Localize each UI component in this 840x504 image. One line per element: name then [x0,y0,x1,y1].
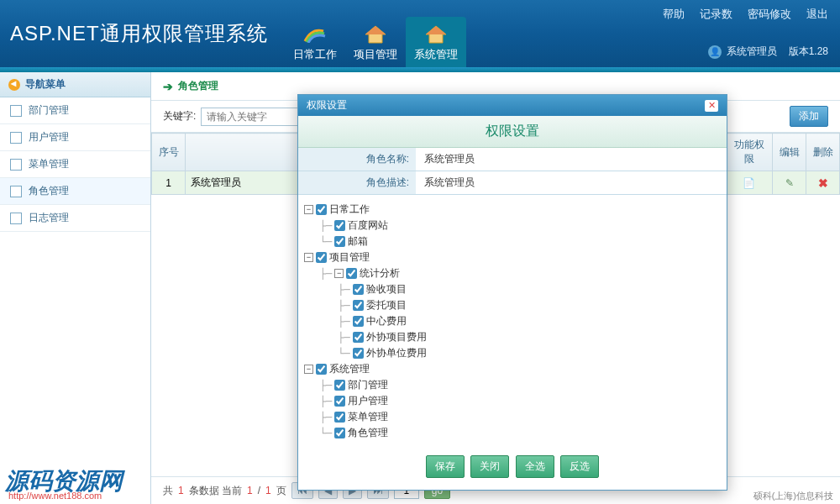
tree-checkbox[interactable] [334,412,345,423]
tab-system-mgmt[interactable]: 系统管理 [406,17,466,67]
tree-checkbox[interactable] [346,268,357,279]
link-help[interactable]: 帮助 [663,7,685,22]
tree-checkbox[interactable] [334,396,345,407]
tab-label: 项目管理 [354,47,397,62]
tree-label: 外协项目费用 [366,330,427,344]
tree-indent: ├─ [302,284,350,296]
tree-label: 中心费用 [366,314,407,328]
tree-toggle-icon[interactable]: − [334,269,344,278]
tree-node[interactable]: ├─委托项目 [302,297,723,313]
dialog-header: 权限设置 [298,116,727,148]
tab-label: 日常工作 [293,47,337,62]
permission-dialog: 权限设置 ✕ 权限设置 角色名称:系统管理员 角色描述:系统管理员 −日常工作 … [297,94,727,491]
tree-checkbox[interactable] [353,316,364,327]
tree-toggle-icon[interactable]: − [304,365,313,374]
tree-indent: ├─ [302,332,350,344]
tree-label: 验收项目 [366,282,407,297]
tree-indent: └─ [302,236,332,248]
app-title: ASP.NET通用权限管理系统 [0,20,268,47]
tree-label: 统计分析 [360,266,400,281]
tree-label: 菜单管理 [348,410,388,424]
tree-checkbox[interactable] [316,204,327,215]
tree-checkbox[interactable] [316,364,327,375]
tree-checkbox[interactable] [353,332,364,343]
tree-indent: ├─ [302,380,332,391]
tree-label: 外协单位费用 [366,346,427,360]
tree-node[interactable]: ├─中心费用 [302,313,723,329]
select-all-button[interactable]: 全选 [516,455,554,478]
tree-indent: ├─ [302,316,350,328]
tab-project-mgmt[interactable]: 项目管理 [345,17,406,67]
tree-label: 委托项目 [366,298,407,312]
tree-node[interactable]: └─角色管理 [302,425,723,441]
link-change-password[interactable]: 密码修改 [748,7,791,22]
tree-node[interactable]: −项目管理 [302,249,723,265]
permission-tree: −日常工作 ├─百度网站 └─邮箱−项目管理 ├─−统计分析 ├─验收项目 ├─… [298,195,727,447]
avatar-icon: 👤 [708,45,722,59]
tree-indent: ├─ [302,300,350,312]
tree-checkbox[interactable] [353,300,364,311]
tree-checkbox[interactable] [316,252,327,263]
invert-selection-button[interactable]: 反选 [560,455,599,478]
modal-overlay: 权限设置 ✕ 权限设置 角色名称:系统管理员 角色描述:系统管理员 −日常工作 … [0,72,840,504]
tree-toggle-icon[interactable]: − [304,205,313,214]
tree-label: 系统管理 [329,362,370,376]
tree-label: 日常工作 [329,202,370,217]
tree-label: 角色管理 [348,426,388,440]
link-logout[interactable]: 退出 [806,7,828,22]
top-links: 帮助 记录数 密码修改 退出 [663,7,828,22]
tree-node[interactable]: └─外协单位费用 [302,345,723,361]
tree-indent: ├─ [302,268,332,280]
tree-indent: ├─ [302,220,332,232]
save-button[interactable]: 保存 [426,455,465,478]
tree-indent: ├─ [302,396,332,407]
main-tabs: 日常工作 项目管理 系统管理 [285,0,466,67]
tree-node[interactable]: ├─菜单管理 [302,409,723,425]
tree-checkbox[interactable] [334,380,345,391]
tree-checkbox[interactable] [334,428,345,438]
tree-indent: ├─ [302,412,332,423]
user-info: 👤 系统管理员 版本1.28 [708,45,828,59]
tree-node[interactable]: −系统管理 [302,361,723,377]
tree-indent: └─ [302,428,332,439]
tab-daily-work[interactable]: 日常工作 [285,17,345,67]
close-dialog-button[interactable]: 关闭 [470,455,509,478]
tree-node[interactable]: ├─用户管理 [302,393,723,409]
tree-node[interactable]: −日常工作 [302,202,723,218]
user-name: 系统管理员 [727,45,777,59]
footer-corp: 硕科(上海)信息科技 [753,490,833,502]
tree-label: 百度网站 [348,218,388,233]
dialog-titlebar[interactable]: 权限设置 ✕ [298,95,727,116]
tab-label: 系统管理 [414,47,458,62]
dialog-title: 权限设置 [307,98,347,113]
tree-checkbox[interactable] [353,284,364,295]
field-value-role-name: 系统管理员 [416,148,727,171]
tree-checkbox[interactable] [353,348,364,359]
tree-node[interactable]: ├─部门管理 [302,377,723,393]
tree-checkbox[interactable] [334,236,345,247]
dialog-info: 角色名称:系统管理员 角色描述:系统管理员 [298,148,727,195]
tree-node[interactable]: ├─百度网站 [302,218,723,234]
field-label-role-desc: 角色描述: [298,171,416,194]
tree-node[interactable]: └─邮箱 [302,234,723,249]
tree-node[interactable]: ├─−统计分析 [302,265,723,281]
field-label-role-name: 角色名称: [298,148,416,171]
close-button[interactable]: ✕ [705,100,718,112]
tree-label: 邮箱 [348,234,368,249]
tree-node[interactable]: ├─验收项目 [302,281,723,297]
house-icon [423,24,449,45]
tree-node[interactable]: ├─外协项目费用 [302,329,723,345]
link-records[interactable]: 记录数 [700,7,732,22]
app-header: ASP.NET通用权限管理系统 日常工作 项目管理 系统管理 帮助 记录数 密码… [0,0,840,67]
tree-label: 项目管理 [329,250,370,265]
house-icon [362,24,389,45]
svg-marker-1 [365,26,386,34]
version-label: 版本1.28 [789,45,828,59]
svg-marker-3 [426,26,446,34]
rainbow-icon [302,24,328,45]
tree-indent: └─ [302,348,350,360]
tree-toggle-icon[interactable]: − [304,253,313,262]
dialog-buttons: 保存 关闭 全选 反选 [298,447,727,490]
field-value-role-desc: 系统管理员 [416,171,727,194]
tree-checkbox[interactable] [334,220,345,231]
